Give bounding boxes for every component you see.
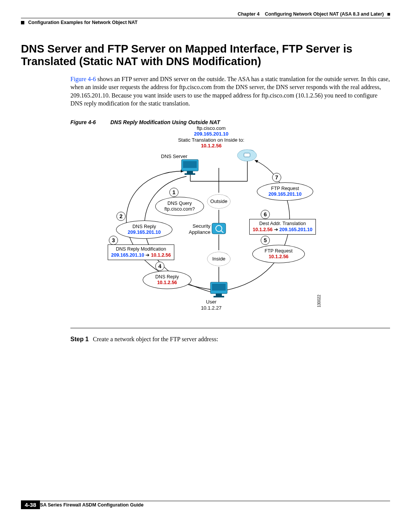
section-title: DNS Server and FTP Server on Mapped Inte… [21,43,390,68]
user-label: User [93,299,329,305]
page-number: 4-38 [21,500,40,509]
step-1-label: Step 1 [70,336,91,343]
step-marker-6: 6 [261,210,270,219]
step-marker-3: 3 [109,236,118,245]
step-marker-5: 5 [261,236,270,245]
svg-rect-10 [185,173,195,175]
svg-rect-20 [212,284,226,291]
chapter-title: Configuring Network Object NAT (ASA 8.3 … [265,11,384,17]
diagram: ftp.cisco.com 209.165.201.10 Static Tran… [93,130,329,320]
step-marker-7: 7 [272,173,281,182]
figure-id: 130022 [317,295,321,307]
figure-label: Figure 4-6 [70,119,96,125]
dns-server-label: DNS Server [161,153,187,160]
static-translation-label: Static Translation on Inside to: [93,137,329,143]
svg-rect-22 [213,296,224,297]
header-end-marker [387,13,390,16]
page-footer: Cisco ASA Series Firewall ASDM Configura… [0,501,411,508]
intro-text: shows an FTP server and DNS server on th… [70,76,390,107]
section-rule [70,328,390,328]
inside-cloud-label: Inside [212,256,226,262]
node-dest-addr-translation: Dest Addr. Translation 10.1.2.56 ➔ 209.1… [249,219,316,235]
figure-caption-text: DNS Reply Modification Using Outside NAT [110,119,220,125]
figure-reference-link[interactable]: Figure 4-6 [70,76,96,82]
outside-cloud: Outside [207,193,231,210]
svg-rect-21 [216,294,222,296]
chapter-number: Chapter 4 [237,11,260,17]
node-ftp-request-outside: FTP Request 209.165.201.10 [257,182,313,201]
figure-caption: Figure 4-6DNS Reply Modification Using O… [70,119,390,125]
step-1-text: Create a network object for the FTP serv… [93,336,218,342]
step-1-row: Step 1 Create a network object for the F… [70,336,390,343]
ftp-host-label: ftp.cisco.com [93,125,329,131]
node-ftp-request-inside: FTP Request 10.1.2.56 [252,245,305,263]
static-translation-ip: 10.1.2.56 [93,143,329,149]
security-appliance-label: SecurityAppliance [188,223,210,235]
node-dns-reply-outside: DNS Reply 209.165.201.10 [116,220,172,239]
node-dns-reply-inside: DNS Reply 10.1.2.56 [143,271,191,289]
ftp-host-ip: 209.165.201.10 [93,131,329,137]
step-marker-1: 1 [169,188,178,197]
node-dns-query: DNS Query ftp.cisco.com? [155,197,204,216]
chapter-header-right: Chapter 4 Configuring Network Object NAT… [21,11,390,17]
header-start-marker [21,21,24,24]
breadcrumb: Configuration Examples for Network Objec… [28,20,137,25]
svg-rect-15 [244,153,250,157]
user-ip: 10.1.2.27 [93,305,329,311]
intro-paragraph: Figure 4-6 shows an FTP server and DNS s… [70,75,390,108]
svg-rect-8 [183,161,197,168]
svg-rect-9 [187,171,193,173]
footer-doc-title: Cisco ASA Series Firewall ASDM Configura… [22,502,143,508]
step-marker-2: 2 [116,212,126,221]
outside-cloud-label: Outside [210,198,228,204]
step-marker-4: 4 [155,262,164,271]
node-dns-reply-modification: DNS Reply Modification 209.165.201.10 ➔ … [108,244,174,260]
inside-cloud: Inside [207,250,231,268]
svg-rect-16 [212,223,226,234]
